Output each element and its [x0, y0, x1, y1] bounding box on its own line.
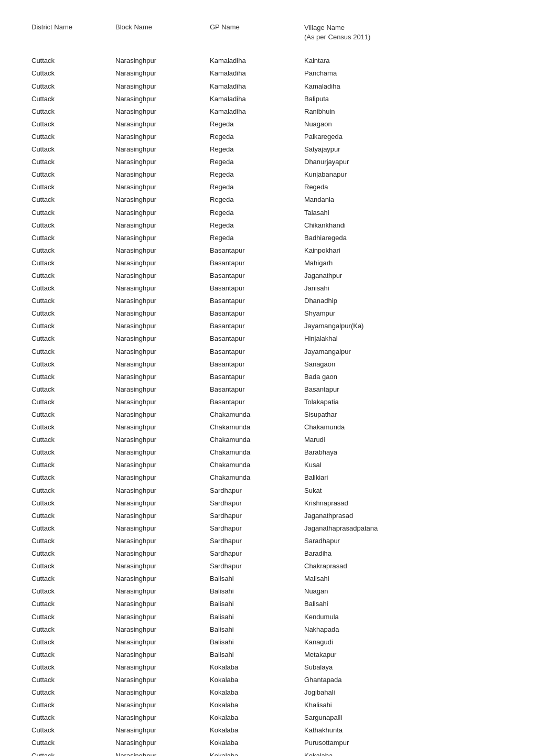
cell-village: Jogibahali	[304, 686, 504, 699]
table-row: Cuttack Narasinghpur Basantapur Dhanadhi…	[31, 295, 504, 307]
table-row: Cuttack Narasinghpur Basantapur Mahigarh	[31, 257, 504, 269]
cell-village: Sisupathar	[304, 408, 504, 421]
cell-village: Kamaladiha	[304, 80, 504, 93]
cell-block: Narasinghpur	[115, 181, 210, 193]
cell-village: Krishnaprasad	[304, 497, 504, 510]
cell-village: Kainpokhari	[304, 244, 504, 257]
cell-village: Bada gaon	[304, 371, 504, 383]
cell-block: Narasinghpur	[115, 282, 210, 295]
table-row: Cuttack Narasinghpur Regeda Mandania	[31, 193, 504, 206]
cell-district: Cuttack	[31, 282, 115, 295]
cell-block: Narasinghpur	[115, 244, 210, 257]
table-row: Cuttack Narasinghpur Sardhapur Sukat	[31, 484, 504, 497]
table-row: Cuttack Narasinghpur Sardhapur Chakrapra…	[31, 560, 504, 573]
cell-village: Kendumula	[304, 611, 504, 623]
table-row: Cuttack Narasinghpur Balisahi Nuagan	[31, 585, 504, 598]
table-row: Cuttack Narasinghpur Kamaladiha Baliputa	[31, 93, 504, 105]
table-header: District Name Block Name GP Name Village…	[31, 21, 504, 44]
table-row: Cuttack Narasinghpur Basantapur Jayamang…	[31, 320, 504, 332]
table-row: Cuttack Narasinghpur Sardhapur Jaganathp…	[31, 510, 504, 522]
cell-gp: Basantapur	[210, 396, 304, 408]
cell-village: Jayamangalpur(Ka)	[304, 320, 504, 332]
table-row: Cuttack Narasinghpur Regeda Chikankhandi	[31, 219, 504, 232]
cell-district: Cuttack	[31, 320, 115, 332]
cell-village: Dhanurjayapur	[304, 156, 504, 168]
table-row: Cuttack Narasinghpur Chakamunda Marudi	[31, 434, 504, 446]
cell-gp: Kokalaba	[210, 737, 304, 749]
cell-block: Narasinghpur	[115, 396, 210, 408]
cell-gp: Regeda	[210, 207, 304, 219]
cell-gp: Kokalaba	[210, 724, 304, 737]
cell-block: Narasinghpur	[115, 434, 210, 446]
cell-village: Chikankhandi	[304, 219, 504, 232]
cell-block: Narasinghpur	[115, 711, 210, 724]
cell-block: Narasinghpur	[115, 459, 210, 471]
cell-village: Nuagaon	[304, 118, 504, 131]
cell-district: Cuttack	[31, 168, 115, 181]
cell-district: Cuttack	[31, 257, 115, 269]
cell-block: Narasinghpur	[115, 585, 210, 598]
cell-village: Janisahi	[304, 282, 504, 295]
cell-gp: Kamaladiha	[210, 93, 304, 105]
cell-village: Hinjalakhal	[304, 332, 504, 345]
cell-village: Khalisahi	[304, 699, 504, 711]
cell-block: Narasinghpur	[115, 168, 210, 181]
cell-block: Narasinghpur	[115, 522, 210, 535]
cell-village: Tolakapatia	[304, 396, 504, 408]
cell-gp: Regeda	[210, 156, 304, 168]
cell-district: Cuttack	[31, 143, 115, 156]
table-row: Cuttack Narasinghpur Basantapur Bada gao…	[31, 371, 504, 383]
cell-gp: Regeda	[210, 131, 304, 143]
cell-district: Cuttack	[31, 219, 115, 232]
cell-district: Cuttack	[31, 67, 115, 80]
cell-gp: Sardhapur	[210, 497, 304, 510]
cell-gp: Chakamunda	[210, 434, 304, 446]
header-village: Village Name (As per Census 2011)	[304, 21, 504, 44]
cell-gp: Basantapur	[210, 307, 304, 320]
table-row: Cuttack Narasinghpur Kamaladiha Kamaladi…	[31, 80, 504, 93]
cell-block: Narasinghpur	[115, 484, 210, 497]
cell-gp: Kamaladiha	[210, 80, 304, 93]
cell-district: Cuttack	[31, 408, 115, 421]
table-row: Cuttack Narasinghpur Kokalaba Ghantapada	[31, 674, 504, 686]
header-gp: GP Name	[210, 21, 304, 44]
cell-village: Dhanadhip	[304, 295, 504, 307]
cell-gp: Basantapur	[210, 320, 304, 332]
cell-block: Narasinghpur	[115, 80, 210, 93]
table-row: Cuttack Narasinghpur Basantapur Kainpokh…	[31, 244, 504, 257]
cell-block: Narasinghpur	[115, 636, 210, 649]
cell-block: Narasinghpur	[115, 345, 210, 358]
cell-gp: Basantapur	[210, 244, 304, 257]
table-row: Cuttack Narasinghpur Chakamunda Kusal	[31, 459, 504, 471]
cell-block: Narasinghpur	[115, 611, 210, 623]
table-row: Cuttack Narasinghpur Basantapur Jayamang…	[31, 345, 504, 358]
cell-gp: Regeda	[210, 143, 304, 156]
cell-gp: Regeda	[210, 219, 304, 232]
table-row: Cuttack Narasinghpur Balisahi Nakhapada	[31, 623, 504, 636]
cell-gp: Kamaladiha	[210, 105, 304, 118]
table-row: Cuttack Narasinghpur Regeda Badhiaregeda	[31, 232, 504, 244]
table-row: Cuttack Narasinghpur Regeda Dhanurjayapu…	[31, 156, 504, 168]
cell-block: Narasinghpur	[115, 737, 210, 749]
cell-village: Chakamunda	[304, 421, 504, 434]
cell-village: Shyampur	[304, 307, 504, 320]
cell-district: Cuttack	[31, 244, 115, 257]
cell-block: Narasinghpur	[115, 497, 210, 510]
cell-village: Satyajaypur	[304, 143, 504, 156]
table-row: Cuttack Narasinghpur Balisahi Metakapur	[31, 649, 504, 661]
cell-village: Sukat	[304, 484, 504, 497]
table-row: Cuttack Narasinghpur Regeda Talasahi	[31, 207, 504, 219]
table-row: Cuttack Narasinghpur Kokalaba Khalisahi	[31, 699, 504, 711]
cell-village: Kaintara	[304, 55, 504, 67]
cell-block: Narasinghpur	[115, 93, 210, 105]
cell-village: Purusottampur	[304, 737, 504, 749]
cell-block: Narasinghpur	[115, 573, 210, 585]
table-row: Cuttack Narasinghpur Regeda Regeda	[31, 181, 504, 193]
table-row: Cuttack Narasinghpur Kamaladiha Kaintara	[31, 55, 504, 67]
cell-village: Sargunapalli	[304, 711, 504, 724]
cell-village: Jaganathpur	[304, 269, 504, 282]
cell-district: Cuttack	[31, 93, 115, 105]
cell-district: Cuttack	[31, 421, 115, 434]
cell-village: Panchama	[304, 67, 504, 80]
cell-gp: Kokalaba	[210, 674, 304, 686]
